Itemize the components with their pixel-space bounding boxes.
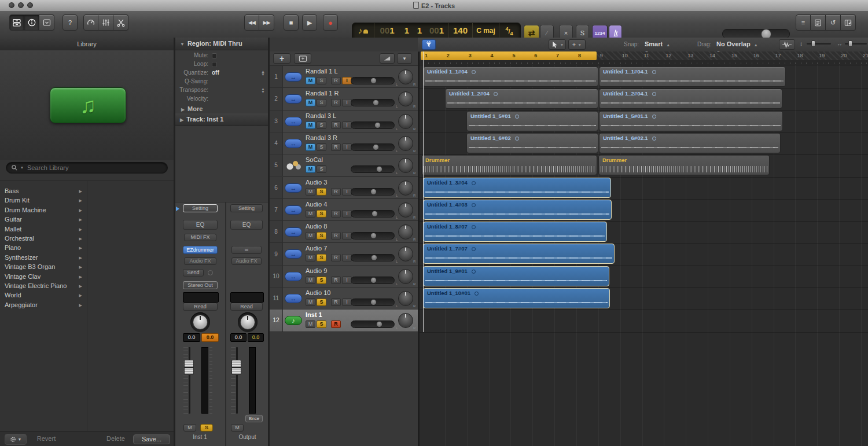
- audio-region[interactable]: Untitled 1_4#03: [423, 200, 612, 220]
- strip-solo-left[interactable]: S: [200, 424, 213, 432]
- library-item[interactable]: Orchestral▶: [0, 234, 87, 244]
- rewind-button[interactable]: ◀◀: [244, 14, 259, 31]
- region-loop-icon[interactable]: [472, 225, 476, 229]
- drummer-region[interactable]: Drummer: [598, 155, 770, 175]
- track-m-button[interactable]: M: [306, 121, 315, 129]
- library-toggle-button[interactable]: [9, 14, 24, 31]
- library-item[interactable]: World▶: [0, 291, 87, 300]
- library-item[interactable]: Vintage Clav▶: [0, 272, 87, 282]
- track-row[interactable]: 1↔Randall 1 LMSRILR: [270, 66, 418, 88]
- track-name[interactable]: Audio 4: [306, 201, 327, 208]
- track-m-button[interactable]: M: [306, 143, 315, 151]
- track-volume-slider[interactable]: [351, 165, 395, 173]
- region-loop-icon[interactable]: [652, 115, 656, 119]
- region-inspector-header[interactable]: ▼Region: MIDI Thru: [175, 38, 268, 50]
- track-name[interactable]: Audio 7: [306, 245, 327, 252]
- track-name[interactable]: Randal 3 L: [306, 112, 336, 119]
- region-param-row[interactable]: Quantize:off▲▼: [175, 69, 268, 78]
- param-stepper[interactable]: ▲▼: [261, 70, 265, 76]
- track-volume-slider[interactable]: [351, 121, 395, 129]
- track-row[interactable]: 3↔Randal 3 LMSRILR: [270, 110, 418, 132]
- instrument-slot[interactable]: EZdrummer: [183, 246, 218, 254]
- ruler-ticks[interactable]: [420, 60, 868, 65]
- region-param-row[interactable]: Transpose:▲▼: [175, 86, 268, 95]
- library-item[interactable]: Synthesizer▶: [0, 253, 87, 263]
- audio-region[interactable]: Untitled 1_5#01: [466, 111, 598, 131]
- save-button[interactable]: Save...: [133, 434, 170, 444]
- track-m-button[interactable]: M: [306, 320, 315, 328]
- audio-region[interactable]: Untitled 1_7#07: [423, 244, 615, 264]
- track-pan-knob[interactable]: [398, 246, 413, 261]
- eq-slot-right[interactable]: EQ: [230, 220, 263, 230]
- track-volume-slider[interactable]: [351, 99, 395, 106]
- region-loop-icon[interactable]: [515, 115, 519, 119]
- duplicate-track-button[interactable]: [294, 53, 311, 64]
- bounce-button[interactable]: Bnce: [245, 415, 263, 422]
- automation-mode-left[interactable]: Read: [183, 303, 218, 311]
- track-name[interactable]: Inst 1: [306, 311, 322, 318]
- track-pan-knob[interactable]: [398, 136, 413, 151]
- region-param-row[interactable]: Q-Swing:: [175, 78, 268, 86]
- send-knob[interactable]: [208, 270, 213, 275]
- quick-help-button[interactable]: ?: [62, 14, 78, 31]
- library-item[interactable]: Bass▶: [0, 187, 87, 196]
- group-slot-right[interactable]: [230, 292, 264, 303]
- note-pads-button[interactable]: [811, 14, 826, 31]
- pan-value-left[interactable]: 0.0: [201, 333, 219, 342]
- audio-fx-slot-left[interactable]: Audio FX: [184, 257, 216, 265]
- fader-track-right[interactable]: [236, 347, 238, 414]
- track-pan-knob[interactable]: [398, 69, 413, 84]
- track-name[interactable]: Randal 3 R: [306, 134, 337, 141]
- track-s-button[interactable]: S: [317, 277, 326, 284]
- track-volume-slider[interactable]: [351, 143, 395, 151]
- track-r-button[interactable]: R: [331, 232, 341, 239]
- region-param-row[interactable]: Mute:: [175, 51, 268, 60]
- track-m-button[interactable]: M: [306, 254, 315, 261]
- track-m-button[interactable]: M: [306, 77, 315, 84]
- audio-region[interactable]: Untitled 1_6#02: [466, 133, 598, 153]
- track-m-button[interactable]: M: [306, 188, 315, 196]
- track-volume-slider[interactable]: [351, 298, 395, 306]
- apple-loops-button[interactable]: ↺: [826, 14, 841, 31]
- volume-thumb[interactable]: [370, 299, 377, 305]
- volume-thumb[interactable]: [370, 78, 377, 84]
- pointer-tool-menu[interactable]: ▼: [549, 39, 566, 50]
- track-volume-slider[interactable]: [351, 188, 395, 196]
- region-loop-icon[interactable]: [472, 181, 476, 185]
- library-item[interactable]: Drum Machine▶: [0, 206, 87, 215]
- track-m-button[interactable]: M: [306, 99, 315, 106]
- setting-button-right[interactable]: Setting: [230, 204, 263, 212]
- param-checkbox[interactable]: [212, 53, 217, 58]
- track-m-button[interactable]: M: [306, 277, 315, 284]
- track-r-button[interactable]: R: [331, 188, 341, 196]
- track-s-button[interactable]: S: [317, 298, 326, 306]
- track-name[interactable]: SoCal: [306, 156, 323, 163]
- track-r-button[interactable]: R: [331, 210, 341, 218]
- region-param-row[interactable]: Loop:: [175, 60, 268, 69]
- track-zoom-preset-button[interactable]: [380, 53, 395, 64]
- track-row[interactable]: 10↔Audio 9MSRILR: [270, 266, 418, 287]
- volume-thumb[interactable]: [373, 144, 379, 150]
- horizontal-zoom-slider[interactable]: [845, 43, 867, 45]
- library-item[interactable]: Arpeggiator▶: [0, 301, 87, 310]
- track-s-button[interactable]: S: [317, 254, 326, 261]
- bar-ruler[interactable]: 123456789101112131415161718192021: [420, 51, 868, 60]
- strip-mute-right[interactable]: M: [231, 424, 244, 432]
- search-scope-caret[interactable]: ▼: [20, 166, 24, 169]
- audio-region[interactable]: Untitled 1_3#04: [423, 178, 611, 198]
- inspector-toggle-button[interactable]: [24, 14, 39, 31]
- track-r-button[interactable]: R: [331, 143, 341, 151]
- volume-thumb[interactable]: [370, 233, 377, 239]
- track-pan-knob[interactable]: [398, 180, 413, 196]
- pan-knob-right[interactable]: [238, 312, 258, 332]
- track-m-button[interactable]: M: [306, 210, 315, 218]
- playhead[interactable]: [423, 51, 424, 332]
- waveform-zoom-button[interactable]: [779, 39, 795, 50]
- library-search[interactable]: ▼: [6, 162, 168, 174]
- track-m-button[interactable]: M: [306, 232, 315, 239]
- track-row[interactable]: 8↔Audio 8MSRILR: [270, 221, 418, 243]
- revert-button[interactable]: Revert: [29, 434, 64, 443]
- region-loop-icon[interactable]: [652, 70, 656, 74]
- send-slot[interactable]: Send: [183, 269, 204, 277]
- track-volume-slider[interactable]: [351, 320, 395, 328]
